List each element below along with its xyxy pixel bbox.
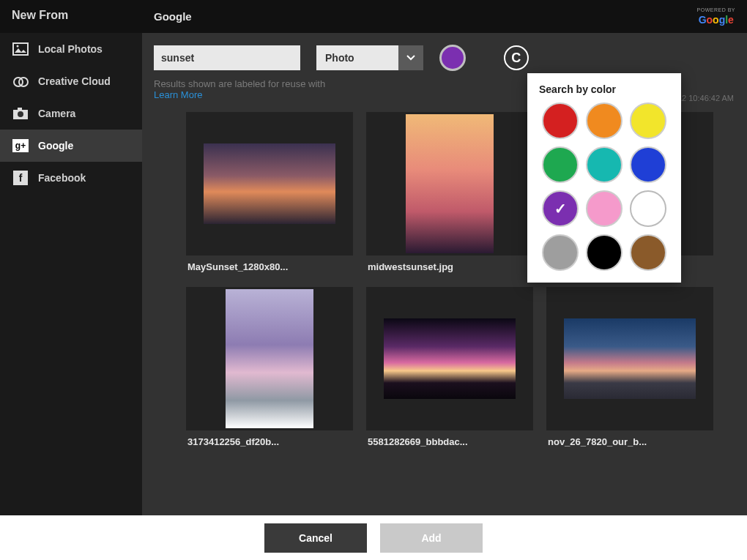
chevron-down-icon xyxy=(398,45,423,70)
color-swatch[interactable] xyxy=(586,190,622,227)
result-filename: 5581282669_bbbdac... xyxy=(366,430,533,447)
sidebar-item-creative-cloud[interactable]: Creative Cloud xyxy=(0,65,142,97)
svg-rect-6 xyxy=(18,108,22,111)
color-swatch[interactable] xyxy=(542,146,579,183)
copyright-icon: C xyxy=(511,51,521,66)
top-region: New From Local PhotosCreative CloudCamer… xyxy=(0,0,747,515)
color-picker-popover: Search by color xyxy=(527,73,681,283)
color-swatch[interactable] xyxy=(542,190,579,227)
search-input[interactable] xyxy=(154,45,300,70)
sidebar-item-camera[interactable]: Camera xyxy=(0,97,142,130)
result-thumbnail xyxy=(366,287,533,430)
photos-icon xyxy=(12,42,29,56)
color-swatch[interactable] xyxy=(586,102,622,139)
sidebar-item-local-photos[interactable]: Local Photos xyxy=(0,33,142,65)
type-select-label: Photo xyxy=(316,52,398,64)
main-panel: Google POWERED BY Google Photo C xyxy=(142,0,747,515)
main-title: Google xyxy=(154,10,192,23)
result-thumbnail xyxy=(366,112,533,255)
source-sidebar: New From Local PhotosCreative CloudCamer… xyxy=(0,0,142,515)
facebook-icon: f xyxy=(12,171,29,185)
creative-cloud-icon xyxy=(12,74,29,89)
cancel-button[interactable]: Cancel xyxy=(264,523,367,553)
type-select[interactable]: Photo xyxy=(316,45,423,70)
svg-point-2 xyxy=(17,45,19,48)
color-swatch[interactable] xyxy=(630,190,666,227)
color-swatch-grid xyxy=(539,102,669,271)
add-button[interactable]: Add xyxy=(380,523,483,553)
svg-rect-0 xyxy=(13,43,28,55)
result-card[interactable]: midwestsunset.jpg xyxy=(366,112,533,272)
color-swatch[interactable] xyxy=(630,102,666,139)
result-filename: MaySunset_1280x80... xyxy=(186,255,353,272)
powered-by-label: POWERED BY xyxy=(697,7,735,12)
search-controls: Photo C xyxy=(142,33,747,75)
result-thumbnail xyxy=(546,287,713,430)
sidebar-item-label: Local Photos xyxy=(38,43,103,55)
result-filename: 3173412256_df20b... xyxy=(186,430,353,447)
google-plus-icon: g+ xyxy=(12,138,29,153)
result-card[interactable]: 3173412256_df20b... xyxy=(186,287,353,447)
color-swatch[interactable] xyxy=(630,146,666,183)
result-filename: midwestsunset.jpg xyxy=(366,255,533,272)
color-swatch[interactable] xyxy=(630,234,666,271)
color-swatch[interactable] xyxy=(586,146,622,183)
sidebar-item-facebook[interactable]: fFacebook xyxy=(0,162,142,194)
svg-point-7 xyxy=(18,111,23,117)
main-header: Google POWERED BY Google xyxy=(142,0,747,33)
color-swatch[interactable] xyxy=(542,234,579,271)
sidebar-list: Local PhotosCreative CloudCamerag+Google… xyxy=(0,33,142,194)
app-root: New From Local PhotosCreative CloudCamer… xyxy=(0,0,747,560)
result-thumbnail xyxy=(186,112,353,255)
footer-bar: Cancel Add xyxy=(0,515,747,560)
reuse-meta-text: Results shown are labeled for reuse with xyxy=(154,78,325,89)
result-card[interactable]: nov_26_7820_our_b... xyxy=(546,287,713,447)
sidebar-title: New From xyxy=(0,0,142,33)
result-card[interactable]: 5581282669_bbbdac... xyxy=(366,287,533,447)
sidebar-item-label: Google xyxy=(38,140,73,152)
svg-marker-1 xyxy=(15,48,26,53)
result-card[interactable]: MaySunset_1280x80... xyxy=(186,112,353,272)
color-picker-title: Search by color xyxy=(539,83,669,95)
color-swatch[interactable] xyxy=(586,234,622,271)
sidebar-item-label: Camera xyxy=(38,108,75,119)
result-thumbnail xyxy=(186,287,353,430)
license-filter-button[interactable]: C xyxy=(504,45,529,70)
sidebar-item-label: Creative Cloud xyxy=(38,75,111,87)
camera-icon xyxy=(12,106,29,121)
sidebar-item-google[interactable]: g+Google xyxy=(0,130,142,162)
color-swatch[interactable] xyxy=(542,102,579,139)
google-logo: POWERED BY Google xyxy=(697,7,735,26)
result-filename: nov_26_7820_our_b... xyxy=(546,430,713,447)
color-filter-button[interactable] xyxy=(439,45,466,71)
sidebar-item-label: Facebook xyxy=(38,172,86,184)
